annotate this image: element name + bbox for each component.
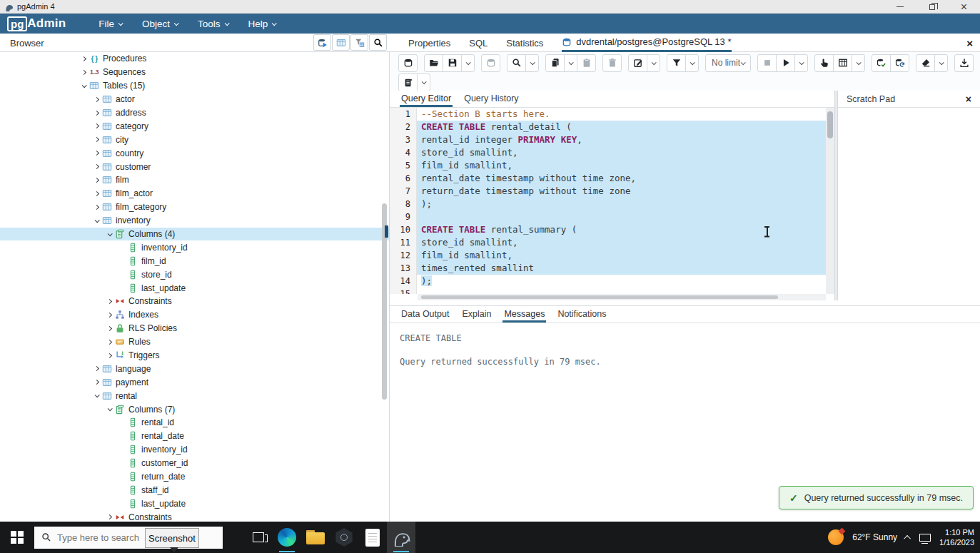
taskbar-hexagon-app-icon[interactable]	[330, 522, 358, 553]
tree-item-city[interactable]: city	[0, 133, 389, 146]
tree-item-store-id[interactable]: store_id	[0, 268, 389, 281]
code-line[interactable]: 8);	[390, 198, 826, 210]
rollback-button[interactable]	[890, 54, 909, 72]
filter-button[interactable]	[667, 54, 686, 72]
execute-menu-button[interactable]	[794, 54, 808, 72]
tree-item-rental[interactable]: rental	[0, 389, 389, 402]
editor-horizontal-scrollbar[interactable]	[418, 294, 826, 300]
expand-arrow-icon[interactable]	[104, 300, 114, 303]
tree-item-payment[interactable]: payment	[0, 375, 389, 389]
taskbar-file-explorer-icon[interactable]	[301, 522, 330, 553]
code-line[interactable]: 3rental_id integer PRIMARY KEY,	[390, 133, 826, 146]
explain-menu-button[interactable]	[852, 54, 865, 72]
tree-item-inventory-id[interactable]: inventory_id	[0, 443, 389, 457]
tree-item-staff-id[interactable]: staff_id	[0, 484, 389, 497]
minimize-icon[interactable]	[884, 0, 916, 14]
taskbar-clock[interactable]: 1:10 PM 1/16/2023	[939, 527, 974, 547]
expand-arrow-icon[interactable]	[104, 327, 114, 330]
tree-item-last-update[interactable]: last_update	[0, 281, 389, 295]
start-button[interactable]	[0, 522, 34, 553]
expand-arrow-icon[interactable]	[91, 206, 101, 209]
tab-explain[interactable]: Explain	[460, 309, 492, 323]
search-objects-button[interactable]	[369, 34, 387, 51]
tree-item-film-category[interactable]: film_category	[0, 201, 389, 214]
taskbar-document-app-icon[interactable]	[358, 522, 387, 553]
tab-sql[interactable]: SQL	[469, 34, 488, 52]
code-line[interactable]: 9	[390, 210, 826, 223]
view-data-button[interactable]	[332, 34, 350, 51]
sql-editor[interactable]: 1--Section B starts here.2CREATE TABLE r…	[390, 108, 826, 294]
tree-item-address[interactable]: address	[0, 106, 389, 120]
copy-menu-button[interactable]	[564, 54, 577, 72]
tree-item-indexes[interactable]: Indexes	[0, 308, 389, 322]
expand-arrow-icon[interactable]	[104, 313, 114, 317]
tab-query-editor[interactable]: Query Editor	[400, 93, 453, 107]
editor-vertical-scrollbar[interactable]	[826, 108, 834, 294]
editor-horizontal-scroll-thumb[interactable]	[421, 295, 778, 299]
row-limit-select[interactable]: No limit	[705, 54, 751, 72]
tree-item-sequences[interactable]: 1..3Sequences	[0, 66, 389, 79]
expand-arrow-icon[interactable]	[91, 124, 101, 128]
tree-item-last-update[interactable]: last_update	[0, 497, 389, 510]
restore-icon[interactable]	[916, 0, 948, 14]
expand-arrow-icon[interactable]	[91, 138, 101, 141]
tree-item-country[interactable]: country	[0, 146, 389, 160]
download-button[interactable]	[954, 54, 974, 72]
cancel-query-button[interactable]	[757, 54, 777, 72]
explain-analyze-button[interactable]	[833, 54, 852, 72]
save-file-menu-button[interactable]	[461, 54, 475, 72]
code-line[interactable]: 13times_rented smallint	[390, 262, 826, 275]
tree-item-rls-policies[interactable]: RLS Policies	[0, 322, 389, 335]
tree-item-film-id[interactable]: film_id	[0, 254, 389, 268]
taskbar-edge-browser-icon[interactable]	[273, 522, 301, 553]
tree-item-language[interactable]: language	[0, 362, 389, 375]
query-tool-button[interactable]	[313, 34, 331, 51]
tree-item-inventory[interactable]: inventory	[0, 214, 389, 228]
connection-button[interactable]	[398, 54, 418, 72]
edit-menu-button[interactable]	[647, 54, 660, 72]
query-tool-mode-button[interactable]	[398, 73, 418, 91]
tree-item-film-actor[interactable]: film_actor	[0, 187, 389, 201]
code-line[interactable]: 11store_id smallint,	[390, 236, 826, 249]
expand-arrow-icon[interactable]	[91, 219, 101, 223]
save-data-changes-button[interactable]	[481, 54, 500, 72]
execute-button[interactable]	[776, 54, 795, 72]
clear-menu-button[interactable]	[934, 54, 948, 72]
tree-item-columns-7-[interactable]: Columns (7)	[0, 402, 389, 416]
explain-button[interactable]	[814, 54, 834, 72]
tray-chevron-up-icon[interactable]	[904, 534, 911, 542]
expand-arrow-icon[interactable]	[91, 151, 101, 155]
delete-button[interactable]	[602, 54, 622, 72]
tree-item-customer[interactable]: customer	[0, 160, 389, 173]
filter-menu-button[interactable]	[685, 54, 699, 72]
expand-arrow-icon[interactable]	[91, 165, 101, 168]
code-line[interactable]: 12film_id smallint,	[390, 249, 826, 262]
tab-messages[interactable]: Messages	[502, 309, 546, 323]
save-file-button[interactable]	[443, 54, 462, 72]
close-icon[interactable]: ×	[966, 93, 971, 105]
weather-text[interactable]: 62°F Sunny	[852, 532, 897, 542]
menu-tools[interactable]: Tools	[198, 19, 228, 29]
tab-notifications[interactable]: Notifications	[556, 309, 607, 323]
copy-button[interactable]	[545, 54, 565, 72]
expand-arrow-icon[interactable]	[91, 192, 101, 196]
close-icon[interactable]: ×	[948, 0, 980, 14]
code-line[interactable]: 10CREATE TABLE rental_summary (	[390, 223, 826, 236]
tree-item-customer-id[interactable]: customer_id	[0, 457, 389, 470]
expand-arrow-icon[interactable]	[79, 71, 89, 74]
code-line[interactable]: 4store_id smallint,	[390, 146, 826, 159]
expand-arrow-icon[interactable]	[104, 340, 114, 344]
paste-button[interactable]	[577, 54, 596, 72]
expand-arrow-icon[interactable]	[91, 380, 101, 384]
close-icon[interactable]: ×	[966, 37, 973, 49]
tab-query-tool-active[interactable]: dvdrental/postgres@PostgreSQL 13 *	[562, 34, 731, 52]
tab-data-output[interactable]: Data Output	[400, 309, 450, 323]
taskbar-pgadmin-icon[interactable]	[387, 522, 415, 553]
tree-item-constraints[interactable]: Constraints	[0, 295, 389, 308]
tab-statistics[interactable]: Statistics	[506, 34, 543, 52]
code-line[interactable]: 2CREATE TABLE rental_detail (	[390, 121, 826, 133]
tree-item-rental-date[interactable]: rental_date	[0, 430, 389, 443]
code-line[interactable]: 15	[390, 288, 826, 294]
tree-item-inventory-id[interactable]: inventory_id	[0, 240, 389, 254]
expand-arrow-icon[interactable]	[91, 178, 101, 182]
